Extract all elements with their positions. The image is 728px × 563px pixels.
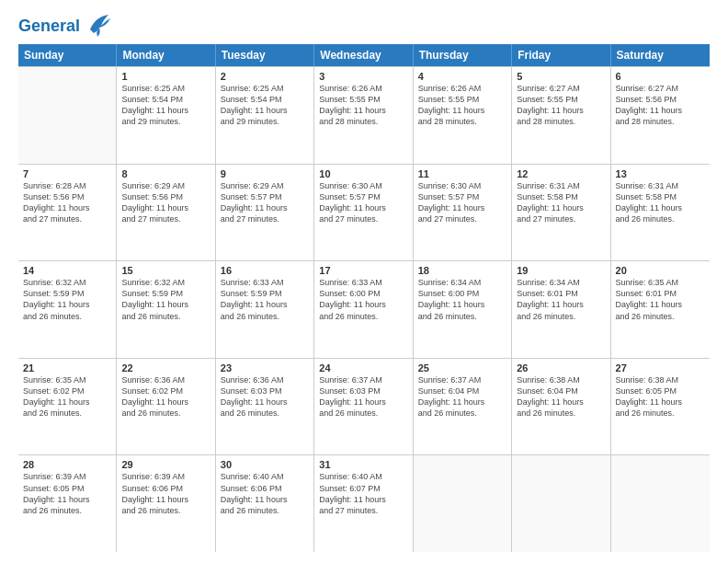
day-number: 30 [221, 459, 309, 470]
day-number: 11 [418, 168, 506, 179]
calendar-cell: 17Sunrise: 6:33 AM Sunset: 6:00 PM Dayli… [314, 261, 413, 358]
day-number: 4 [418, 71, 506, 82]
calendar-cell: 29Sunrise: 6:39 AM Sunset: 6:06 PM Dayli… [117, 455, 215, 552]
calendar-header-cell: Monday [117, 44, 215, 66]
calendar-cell: 9Sunrise: 6:29 AM Sunset: 5:57 PM Daylig… [216, 165, 314, 261]
day-info: Sunrise: 6:32 AM Sunset: 5:59 PM Dayligh… [23, 277, 111, 322]
day-info: Sunrise: 6:25 AM Sunset: 5:54 PM Dayligh… [121, 83, 210, 128]
calendar-cell: 12Sunrise: 6:31 AM Sunset: 5:58 PM Dayli… [512, 165, 610, 261]
calendar-header: SundayMondayTuesdayWednesdayThursdayFrid… [18, 44, 710, 66]
day-number: 12 [517, 168, 605, 179]
day-number: 19 [517, 265, 605, 276]
calendar-cell: 23Sunrise: 6:36 AM Sunset: 6:03 PM Dayli… [216, 359, 314, 455]
day-number: 5 [517, 71, 605, 82]
calendar-cell [18, 67, 117, 164]
header: General [18, 17, 710, 35]
day-info: Sunrise: 6:38 AM Sunset: 6:04 PM Dayligh… [517, 374, 605, 419]
calendar: SundayMondayTuesdayWednesdayThursdayFrid… [18, 44, 710, 552]
day-number: 8 [121, 168, 210, 179]
day-info: Sunrise: 6:39 AM Sunset: 6:05 PM Dayligh… [23, 471, 111, 516]
day-info: Sunrise: 6:40 AM Sunset: 6:06 PM Dayligh… [221, 471, 309, 516]
day-info: Sunrise: 6:27 AM Sunset: 5:55 PM Dayligh… [517, 83, 605, 128]
day-info: Sunrise: 6:30 AM Sunset: 5:57 PM Dayligh… [418, 180, 506, 225]
calendar-cell: 21Sunrise: 6:35 AM Sunset: 6:02 PM Dayli… [18, 359, 117, 455]
calendar-header-cell: Thursday [414, 44, 512, 66]
day-number: 23 [221, 362, 309, 373]
calendar-header-cell: Sunday [18, 44, 117, 66]
logo-bird-icon [83, 13, 112, 37]
day-info: Sunrise: 6:29 AM Sunset: 5:56 PM Dayligh… [121, 180, 210, 225]
day-number: 20 [616, 265, 705, 276]
day-info: Sunrise: 6:35 AM Sunset: 6:02 PM Dayligh… [23, 374, 111, 419]
day-number: 3 [319, 71, 407, 82]
day-info: Sunrise: 6:33 AM Sunset: 5:59 PM Dayligh… [221, 277, 309, 322]
calendar-cell [611, 455, 710, 552]
day-number: 7 [23, 168, 111, 179]
day-number: 31 [319, 459, 407, 470]
calendar-body: 1Sunrise: 6:25 AM Sunset: 5:54 PM Daylig… [18, 66, 710, 552]
calendar-cell: 4Sunrise: 6:26 AM Sunset: 5:55 PM Daylig… [414, 67, 512, 164]
day-number: 6 [616, 71, 705, 82]
calendar-row: 1Sunrise: 6:25 AM Sunset: 5:54 PM Daylig… [18, 66, 710, 164]
day-info: Sunrise: 6:40 AM Sunset: 6:07 PM Dayligh… [319, 471, 407, 516]
day-number: 29 [121, 459, 210, 470]
day-number: 2 [221, 71, 309, 82]
calendar-cell: 1Sunrise: 6:25 AM Sunset: 5:54 PM Daylig… [117, 67, 215, 164]
day-number: 17 [319, 265, 407, 276]
logo-text: General [18, 17, 80, 36]
day-number: 9 [221, 168, 309, 179]
calendar-cell: 11Sunrise: 6:30 AM Sunset: 5:57 PM Dayli… [414, 165, 512, 261]
day-info: Sunrise: 6:37 AM Sunset: 6:03 PM Dayligh… [319, 374, 407, 419]
day-info: Sunrise: 6:30 AM Sunset: 5:57 PM Dayligh… [319, 180, 407, 225]
day-info: Sunrise: 6:34 AM Sunset: 6:01 PM Dayligh… [517, 277, 605, 322]
day-number: 18 [418, 265, 506, 276]
day-info: Sunrise: 6:28 AM Sunset: 5:56 PM Dayligh… [23, 180, 111, 225]
calendar-cell: 24Sunrise: 6:37 AM Sunset: 6:03 PM Dayli… [314, 359, 413, 455]
calendar-header-cell: Tuesday [216, 44, 314, 66]
day-info: Sunrise: 6:27 AM Sunset: 5:56 PM Dayligh… [616, 83, 705, 128]
day-info: Sunrise: 6:35 AM Sunset: 6:01 PM Dayligh… [616, 277, 705, 322]
calendar-row: 28Sunrise: 6:39 AM Sunset: 6:05 PM Dayli… [18, 454, 710, 552]
calendar-cell: 6Sunrise: 6:27 AM Sunset: 5:56 PM Daylig… [611, 67, 710, 164]
day-info: Sunrise: 6:26 AM Sunset: 5:55 PM Dayligh… [418, 83, 506, 128]
day-info: Sunrise: 6:26 AM Sunset: 5:55 PM Dayligh… [319, 83, 407, 128]
day-info: Sunrise: 6:33 AM Sunset: 6:00 PM Dayligh… [319, 277, 407, 322]
calendar-cell: 10Sunrise: 6:30 AM Sunset: 5:57 PM Dayli… [314, 165, 413, 261]
day-number: 26 [517, 362, 605, 373]
day-info: Sunrise: 6:38 AM Sunset: 6:05 PM Dayligh… [616, 374, 705, 419]
calendar-cell: 3Sunrise: 6:26 AM Sunset: 5:55 PM Daylig… [314, 67, 413, 164]
calendar-cell: 30Sunrise: 6:40 AM Sunset: 6:06 PM Dayli… [216, 455, 314, 552]
day-number: 24 [319, 362, 407, 373]
calendar-cell: 13Sunrise: 6:31 AM Sunset: 5:58 PM Dayli… [611, 165, 710, 261]
calendar-cell: 25Sunrise: 6:37 AM Sunset: 6:04 PM Dayli… [414, 359, 512, 455]
calendar-cell: 31Sunrise: 6:40 AM Sunset: 6:07 PM Dayli… [314, 455, 413, 552]
day-number: 15 [121, 265, 210, 276]
day-info: Sunrise: 6:34 AM Sunset: 6:00 PM Dayligh… [418, 277, 506, 322]
day-number: 13 [616, 168, 705, 179]
calendar-cell: 15Sunrise: 6:32 AM Sunset: 5:59 PM Dayli… [117, 261, 215, 358]
calendar-cell: 7Sunrise: 6:28 AM Sunset: 5:56 PM Daylig… [18, 165, 117, 261]
calendar-row: 7Sunrise: 6:28 AM Sunset: 5:56 PM Daylig… [18, 164, 710, 261]
calendar-cell [512, 455, 610, 552]
calendar-cell: 18Sunrise: 6:34 AM Sunset: 6:00 PM Dayli… [414, 261, 512, 358]
day-number: 1 [121, 71, 210, 82]
day-number: 25 [418, 362, 506, 373]
day-number: 14 [23, 265, 111, 276]
day-number: 10 [319, 168, 407, 179]
day-info: Sunrise: 6:36 AM Sunset: 6:03 PM Dayligh… [221, 374, 309, 419]
day-info: Sunrise: 6:36 AM Sunset: 6:02 PM Dayligh… [121, 374, 210, 419]
calendar-cell: 27Sunrise: 6:38 AM Sunset: 6:05 PM Dayli… [611, 359, 710, 455]
calendar-header-cell: Saturday [611, 44, 710, 66]
day-info: Sunrise: 6:39 AM Sunset: 6:06 PM Dayligh… [121, 471, 210, 516]
calendar-cell: 14Sunrise: 6:32 AM Sunset: 5:59 PM Dayli… [18, 261, 117, 358]
day-info: Sunrise: 6:32 AM Sunset: 5:59 PM Dayligh… [121, 277, 210, 322]
calendar-cell: 26Sunrise: 6:38 AM Sunset: 6:04 PM Dayli… [512, 359, 610, 455]
day-info: Sunrise: 6:25 AM Sunset: 5:54 PM Dayligh… [221, 83, 309, 128]
day-number: 21 [23, 362, 111, 373]
calendar-header-cell: Friday [512, 44, 610, 66]
calendar-row: 14Sunrise: 6:32 AM Sunset: 5:59 PM Dayli… [18, 260, 710, 358]
calendar-cell: 28Sunrise: 6:39 AM Sunset: 6:05 PM Dayli… [18, 455, 117, 552]
day-number: 28 [23, 459, 111, 470]
calendar-row: 21Sunrise: 6:35 AM Sunset: 6:02 PM Dayli… [18, 358, 710, 455]
day-number: 27 [616, 362, 705, 373]
